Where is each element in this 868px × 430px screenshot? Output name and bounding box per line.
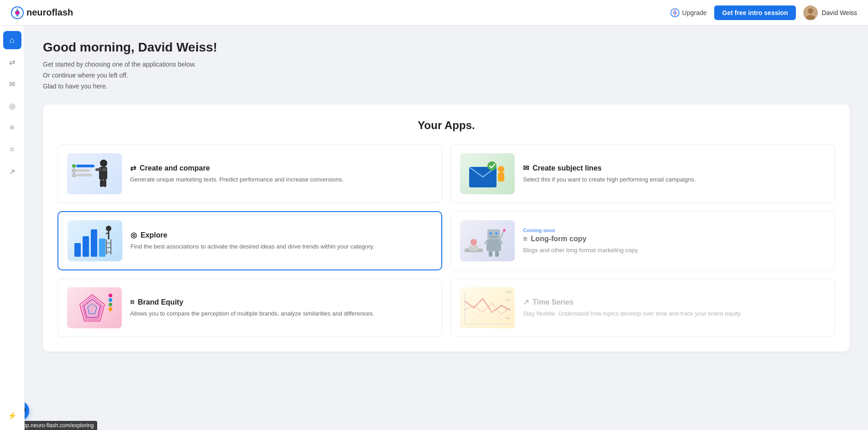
svg-rect-26 <box>83 236 89 257</box>
svg-rect-16 <box>76 169 90 172</box>
sidebar: ⌂ ⇄ ✉ ◎ ≡ ⌗ ↗ ⚡ <box>0 26 25 430</box>
svg-point-62 <box>109 307 112 311</box>
svg-rect-44 <box>489 251 492 257</box>
app-info-subject-lines: ✉ Create subject lines Select this if yo… <box>523 164 826 184</box>
svg-rect-28 <box>99 238 105 257</box>
sidebar-item-explore[interactable]: ◎ <box>3 97 21 115</box>
trend-icon: ↗ <box>9 167 15 176</box>
sidebar-item-compare[interactable]: ⇄ <box>3 53 21 71</box>
app-card-explore[interactable]: ◎ Explore Find the best associations to … <box>58 211 442 270</box>
app-title-brand-equity: ⌗ Brand Equity <box>130 298 433 306</box>
svg-point-9 <box>100 160 107 167</box>
svg-rect-12 <box>102 168 107 171</box>
svg-point-60 <box>109 298 112 302</box>
greeting-title: Good morning, David Weiss! <box>43 40 850 55</box>
app-desc-longform: Blogs and other long format marketing co… <box>523 246 826 255</box>
svg-rect-11 <box>95 168 101 171</box>
layout: ⌂ ⇄ ✉ ◎ ≡ ⌗ ↗ ⚡ Good morning, David Weis… <box>0 26 868 430</box>
svg-point-7 <box>808 8 813 14</box>
list-icon: ≡ <box>10 124 14 132</box>
svg-rect-17 <box>76 174 92 176</box>
compare-icon: ⇄ <box>9 58 15 67</box>
sidebar-item-tag[interactable]: ⌗ <box>3 140 21 159</box>
app-card-subject-lines[interactable]: ✉ Create subject lines Select this if yo… <box>450 145 835 203</box>
svg-point-59 <box>109 294 112 297</box>
svg-point-50 <box>503 229 506 232</box>
app-title-time-series: ↗ Time Series <box>523 298 826 306</box>
flash-icon: ⚡ <box>8 411 17 420</box>
svg-point-39 <box>495 232 498 235</box>
svg-point-61 <box>109 303 112 306</box>
longform-card-icon: ≡ <box>523 235 527 243</box>
user-name: David Weiss <box>821 9 857 16</box>
svg-rect-24 <box>498 172 504 181</box>
app-title-longform: ≡ Long-form copy <box>523 235 826 243</box>
email-card-icon: ✉ <box>523 164 529 172</box>
illustration-brand-equity <box>67 287 122 328</box>
apps-section: Your Apps. <box>43 104 850 352</box>
svg-rect-40 <box>490 236 498 238</box>
sidebar-item-list[interactable]: ≡ <box>3 119 21 137</box>
explore-card-icon: ◎ <box>131 231 137 239</box>
app-card-time-series[interactable]: 1000 800 600 400 ↗ Time Series Stay flex… <box>450 279 835 337</box>
svg-point-23 <box>498 166 504 172</box>
sidebar-item-flash[interactable]: ⚡ <box>3 406 21 425</box>
sidebar-item-home[interactable]: ⌂ <box>3 31 21 49</box>
svg-point-18 <box>72 164 76 168</box>
greeting-line-1: Get started by choosing one of the appli… <box>43 59 850 70</box>
logo-text: neuroflash <box>26 7 73 18</box>
sidebar-item-trend[interactable]: ↗ <box>3 162 21 181</box>
svg-point-22 <box>487 161 497 171</box>
svg-line-49 <box>500 232 503 239</box>
upgrade-icon <box>670 8 680 17</box>
compare-card-icon: ⇄ <box>130 164 136 172</box>
svg-rect-45 <box>495 251 499 257</box>
apps-grid: ⇄ Create and compare Generate unique mar… <box>58 145 835 337</box>
illustration-explore <box>68 220 122 261</box>
explore-icon: ◎ <box>9 102 16 110</box>
svg-marker-58 <box>82 296 102 319</box>
topnav-right: Upgrade Get free intro session David Wei… <box>670 5 857 20</box>
greeting-line-3: Glad to have you here. <box>43 81 850 92</box>
app-desc-subject-lines: Select this if you want to create high p… <box>523 175 826 184</box>
email-icon: ✉ <box>9 80 15 88</box>
greeting-line-2: Or continue where you left off. <box>43 70 850 81</box>
app-info-brand-equity: ⌗ Brand Equity Allows you to compare the… <box>130 298 433 318</box>
app-title-subject-lines: ✉ Create subject lines <box>523 164 826 172</box>
svg-text:800: 800 <box>506 299 511 301</box>
intro-session-button[interactable]: Get free intro session <box>714 5 796 20</box>
app-desc-brand-equity: Allows you to compare the perception of … <box>130 309 433 318</box>
svg-rect-25 <box>74 243 81 257</box>
app-info-create-compare: ⇄ Create and compare Generate unique mar… <box>130 164 433 184</box>
svg-rect-14 <box>103 180 106 187</box>
svg-rect-27 <box>91 229 97 257</box>
user-menu[interactable]: David Weiss <box>803 5 857 20</box>
sidebar-item-email[interactable]: ✉ <box>3 75 21 93</box>
svg-rect-13 <box>100 180 103 187</box>
svg-point-19 <box>72 169 76 172</box>
logo[interactable]: neuroflash <box>11 6 73 19</box>
app-card-create-compare[interactable]: ⇄ Create and compare Generate unique mar… <box>58 145 442 203</box>
svg-point-20 <box>72 173 76 177</box>
svg-text:400: 400 <box>506 317 511 320</box>
app-info-time-series: ↗ Time Series Stay flexible. Understand … <box>523 298 826 318</box>
svg-rect-15 <box>76 165 94 167</box>
app-title-explore: ◎ Explore <box>131 231 432 239</box>
svg-rect-37 <box>487 229 500 239</box>
app-card-longform[interactable]: Coming soon ≡ Long-form copy Blogs and o… <box>450 211 835 270</box>
main-content: Good morning, David Weiss! Get started b… <box>25 26 868 430</box>
svg-rect-42 <box>485 241 488 244</box>
app-desc-create-compare: Generate unique marketing texts. Predict… <box>130 175 433 184</box>
brand-card-icon: ⌗ <box>130 298 134 306</box>
svg-point-46 <box>471 239 477 245</box>
illustration-subject-lines <box>460 153 515 194</box>
app-desc-time-series: Stay flexible. Understand how topics dev… <box>523 309 826 318</box>
illustration-longform <box>460 220 515 261</box>
timeseries-card-icon: ↗ <box>523 298 529 306</box>
upgrade-button[interactable]: Upgrade <box>670 8 707 17</box>
logo-icon <box>11 6 24 19</box>
home-icon: ⌂ <box>10 36 15 45</box>
illustration-time-series: 1000 800 600 400 <box>460 287 515 328</box>
svg-point-29 <box>106 226 111 231</box>
app-card-brand-equity[interactable]: ⌗ Brand Equity Allows you to compare the… <box>58 279 442 337</box>
